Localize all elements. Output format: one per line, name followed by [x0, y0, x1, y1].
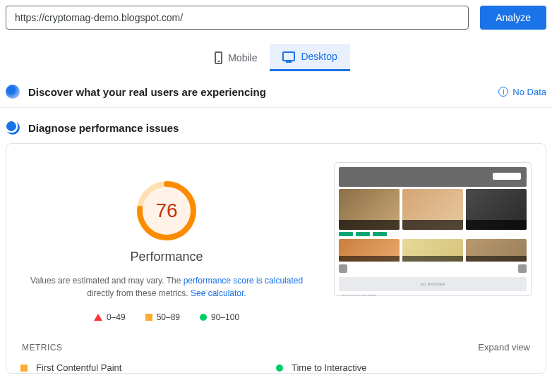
metric-name: Time to Interactive [292, 362, 366, 373]
diagnose-icon [6, 121, 20, 135]
desktop-icon [282, 51, 295, 61]
pass-icon [200, 314, 207, 321]
diagnose-title: Diagnose performance issues [28, 122, 546, 134]
performance-gauge: 76 [135, 179, 198, 243]
no-data-link[interactable]: No Data [512, 87, 546, 97]
score-legend: 0–49 50–89 90–100 [20, 312, 313, 322]
average-icon [145, 314, 152, 321]
mobile-icon [215, 51, 222, 64]
discover-title: Discover what your real users are experi… [28, 86, 498, 98]
tab-mobile[interactable]: Mobile [202, 44, 270, 71]
gauge-score: 76 [135, 179, 198, 243]
gauge-label: Performance [20, 250, 313, 264]
metrics-grid: First Contentful Paint Time to Interacti… [20, 362, 532, 373]
score-description: Values are estimated and may vary. The p… [20, 274, 313, 300]
report-card: 76 Performance Values are estimated and … [6, 143, 546, 374]
discover-icon [6, 85, 20, 99]
average-icon [20, 365, 28, 372]
info-icon[interactable]: i [498, 87, 508, 97]
pass-icon [276, 365, 283, 372]
tab-desktop-label: Desktop [301, 51, 337, 62]
metrics-header: METRICS [22, 343, 63, 353]
metric-name: First Contentful Paint [36, 362, 121, 373]
device-tabs: Mobile Desktop [0, 44, 552, 72]
calculator-link[interactable]: See calculator. [191, 288, 246, 298]
discover-section: Discover what your real users are experi… [0, 72, 552, 108]
page-screenshot: AD BANNER RANDOM POSTS◉ [334, 162, 532, 296]
tab-desktop[interactable]: Desktop [270, 44, 349, 71]
perf-score-link[interactable]: performance score is calculated [184, 276, 303, 286]
fail-icon [94, 314, 102, 321]
url-input[interactable] [6, 6, 469, 30]
tab-mobile-label: Mobile [228, 52, 257, 63]
expand-view-toggle[interactable]: Expand view [478, 342, 530, 353]
diagnose-section: Diagnose performance issues [0, 108, 552, 143]
analyze-button[interactable]: Analyze [480, 6, 546, 30]
